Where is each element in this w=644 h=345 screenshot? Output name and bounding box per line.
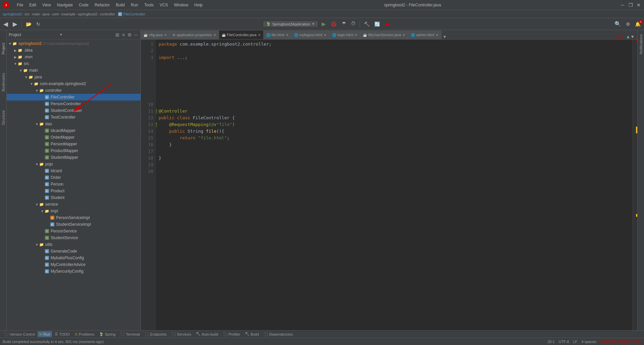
collapse-gutter-btn[interactable]: ▼ — [630, 34, 635, 39]
tree-item-mysercurityconfig[interactable]: ▶ C MySercurityConfig — [7, 268, 141, 275]
tab-properties[interactable]: ⚙ application.properties ✕ — [170, 30, 219, 39]
cursor-position[interactable]: 20:1 — [547, 340, 554, 344]
structure-tab-vertical[interactable]: Structure — [1, 108, 6, 128]
debug-button[interactable]: 🐞 — [328, 19, 339, 28]
bc-springboot2[interactable]: springboot2 — [3, 12, 22, 16]
tree-item-studentmapper[interactable]: ▶ I StudentMapper — [7, 154, 141, 161]
tree-item-mybatisplusconfig[interactable]: ▶ C MybatisPlusConfig — [7, 255, 141, 261]
run-tab[interactable]: ▶ Run — [38, 331, 52, 337]
tree-item-personserviceimpl[interactable]: ▶ C PersonServiceImpl — [7, 214, 141, 221]
indent-setting[interactable]: 4 spaces — [582, 340, 596, 344]
project-scope-btn[interactable]: ⊞ — [115, 31, 120, 38]
tree-item-dao[interactable]: ▼ 📁 dao — [7, 121, 141, 127]
menu-file[interactable]: File — [14, 2, 26, 8]
profile-button[interactable]: ⏱ — [349, 19, 358, 28]
bc-com[interactable]: com — [52, 12, 59, 16]
bc-springboot2-pkg[interactable]: springboot2 — [78, 12, 98, 16]
tree-item-person[interactable]: ▶ C Person — [7, 181, 141, 188]
tab-close-nfig[interactable]: ✕ — [164, 33, 167, 37]
stop-button[interactable]: ⏹ — [383, 20, 391, 28]
settings-button[interactable]: ⚙ — [624, 20, 632, 28]
tree-item-personcontroller[interactable]: ▶ C PersonController — [7, 100, 141, 107]
project-minimize-btn[interactable]: ─ — [134, 31, 139, 38]
close-button[interactable]: ✕ — [636, 2, 641, 8]
run-with-coverage-button[interactable]: ☂ — [340, 19, 348, 28]
forward-button[interactable]: ▶ — [11, 19, 19, 29]
bc-filecontroller[interactable]: C FileController — [118, 12, 145, 16]
bookmarks-tab-vertical[interactable]: Bookmarks — [1, 70, 6, 94]
tree-item-src[interactable]: ▼ 📁 src — [7, 60, 141, 67]
tab-filecontroller[interactable]: ☕ FileController.java ✕ — [219, 30, 264, 39]
tab-close-myuserservice[interactable]: ✕ — [402, 33, 405, 37]
tree-item-ordermapper[interactable]: ▶ I OrderMapper — [7, 134, 141, 141]
tab-close-filehtml[interactable]: ✕ — [286, 33, 288, 37]
menu-edit[interactable]: Edit — [26, 2, 39, 8]
project-settings-btn[interactable]: ⚙ — [127, 31, 132, 38]
tree-item-com-example[interactable]: ▼ 📁 com.example.springboot2 — [7, 80, 141, 87]
spring-tab[interactable]: 🍃 Spring — [97, 331, 117, 337]
tree-item-studentserviceimpl[interactable]: ▶ C StudentServiceImpl — [7, 221, 141, 228]
back-button[interactable]: ◀ — [1, 19, 10, 29]
tab-mylogout[interactable]: 🌐 mylogout.html ✕ — [291, 30, 329, 39]
code-editor[interactable]: package com.example.springboot2.controll… — [156, 40, 633, 330]
profiler-tab[interactable]: ⬛ Profiler — [221, 331, 243, 337]
tab-close-login[interactable]: ✕ — [355, 33, 357, 37]
menu-refactor[interactable]: Refactor — [92, 2, 112, 8]
encoding[interactable]: UTF-8 — [559, 340, 569, 344]
menu-tools[interactable]: Tools — [142, 2, 156, 8]
project-tab-vertical[interactable]: Project — [1, 40, 6, 57]
tree-item-main[interactable]: ▼ 📁 main — [7, 67, 141, 74]
tree-item-studentservice[interactable]: ▶ I StudentService — [7, 234, 141, 241]
problems-tab[interactable]: ⚠ Problems — [72, 331, 96, 337]
tree-item-idcardmapper[interactable]: ▶ I IdcardMapper — [7, 127, 141, 134]
services-tab[interactable]: ⬛ Services — [169, 331, 193, 337]
tree-item-productmapper[interactable]: ▶ I ProductMapper — [7, 147, 141, 154]
bc-java[interactable]: java — [43, 12, 49, 16]
recent-files-button[interactable]: 📂 — [24, 20, 34, 28]
tree-item-idea[interactable]: ▶ 📁 .idea — [7, 47, 141, 54]
tree-item-utils[interactable]: ▼ 📁 utils — [7, 241, 141, 248]
auto-build-tab[interactable]: 🔨 Auto-build — [194, 331, 220, 337]
notifications-tab[interactable]: Notifications — [638, 31, 644, 57]
menu-help[interactable]: Help — [192, 2, 205, 8]
build-tab[interactable]: 🔨 Build — [243, 331, 261, 337]
tab-close-mylogout[interactable]: ✕ — [324, 33, 326, 37]
tree-item-testcontroller[interactable]: ▶ C TestController — [7, 114, 141, 121]
terminal-tab[interactable]: ⬛ Terminal — [118, 331, 142, 337]
tab-login[interactable]: 🌐 login.html ✕ — [329, 30, 360, 39]
tree-item-controller[interactable]: ▼ 📁 controller — [7, 87, 141, 94]
tree-item-java[interactable]: ▼ 📁 java — [7, 74, 141, 80]
tree-item-filecontroller[interactable]: ▶ C FileController — [7, 94, 141, 100]
tree-item-idcard[interactable]: ▶ C Idcard — [7, 167, 141, 174]
menu-navigate[interactable]: Navigate — [54, 2, 75, 8]
tree-item-springboot2[interactable]: ▼ 📁 springboot2 D:\Users\Admin\springboo… — [7, 40, 141, 47]
tab-close-admin[interactable]: ✕ — [436, 33, 438, 37]
update-running-button[interactable]: 🔄 — [372, 20, 382, 28]
line-ending[interactable]: LF — [573, 340, 578, 344]
gutter-mapping-icon[interactable]: 🌿 — [156, 122, 157, 129]
sync-button[interactable]: ↻ — [34, 20, 42, 28]
bc-example[interactable]: example — [61, 12, 75, 16]
maximize-button[interactable]: ❐ — [628, 2, 633, 8]
version-control-tab[interactable]: ⬛ Version Control — [2, 331, 37, 337]
menu-view[interactable]: View — [40, 2, 54, 8]
tab-filehtml[interactable]: 🌐 file.html ✕ — [264, 30, 291, 39]
bc-main[interactable]: main — [32, 12, 40, 16]
todo-tab[interactable]: ☰ TODO — [53, 331, 72, 337]
tree-item-studentcontroller[interactable]: ▶ C StudentController — [7, 107, 141, 114]
tree-item-pojo[interactable]: ▼ 📁 pojo — [7, 161, 141, 167]
build-project-button[interactable]: 🔨 — [362, 20, 372, 28]
dependencies-tab[interactable]: ⬛ Dependencies — [262, 331, 295, 337]
tree-item-generatecode[interactable]: ▶ C GenerateCode — [7, 248, 141, 255]
tree-item-mycontrolleradvice[interactable]: ▶ C MyControllerAdvice — [7, 261, 141, 268]
tree-item-product[interactable]: ▶ C Product — [7, 188, 141, 194]
gutter-bean-icon[interactable]: 🌿 — [156, 109, 157, 115]
endpoints-tab[interactable]: ⬛ Endpoints — [143, 331, 169, 337]
tab-nfig[interactable]: ☕ nfig.java ✕ — [141, 30, 170, 39]
bc-src[interactable]: src — [24, 12, 30, 16]
tree-item-impl[interactable]: ▼ 📁 impl — [7, 208, 141, 214]
bc-controller[interactable]: controller — [100, 12, 115, 16]
expand-gutter-btn[interactable]: ▲ — [626, 34, 630, 39]
tree-item-service[interactable]: ▼ 📁 service — [7, 201, 141, 208]
menu-run[interactable]: Run — [128, 2, 141, 8]
